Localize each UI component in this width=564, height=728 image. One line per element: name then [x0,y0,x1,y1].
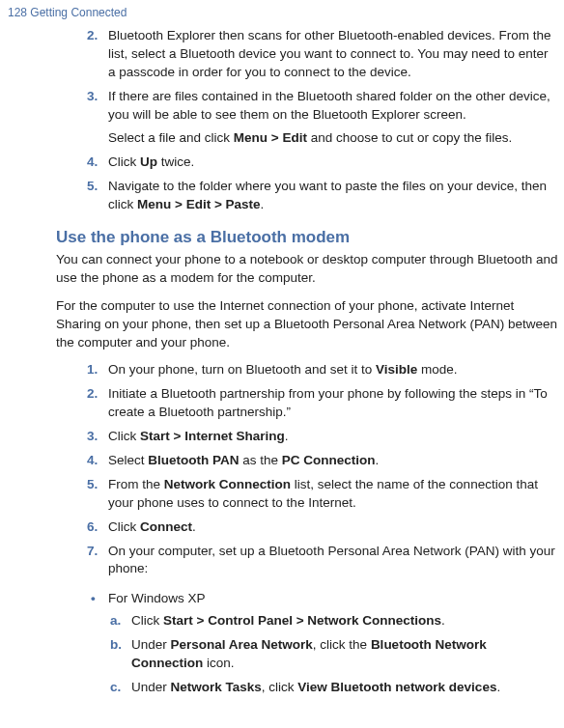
step-number: 5. [87,476,98,494]
section-title: Use the phone as a Bluetooth modem [56,228,558,247]
step-number: 5. [87,178,98,196]
step-3: 3. If there are files contained in the B… [85,88,558,149]
substep-text: Under Network Tasks, click View Bluetoot… [131,680,500,694]
step-text: On your phone, turn on Bluetooth and set… [108,362,458,377]
bullet-text: For Windows XP [108,591,206,605]
step-text: From the Network Connection list, select… [108,477,538,510]
page-header: 128 Getting Connected [8,6,560,19]
step-number: 1. [87,361,98,379]
content-area: 2. Bluetooth Explorer then scans for oth… [8,27,560,697]
step-text: Select Bluetooth PAN as the PC Connectio… [108,453,379,467]
step-number: 4. [87,154,98,172]
step-number: 2. [87,27,98,45]
step-text: Navigate to the folder where you want to… [108,179,547,211]
step-text: Click Up twice. [108,154,194,169]
step-text: Click Start > Internet Sharing. [108,429,288,443]
substep-text: Click Start > Control Panel > Network Co… [131,613,445,628]
step-text: Click Connect. [108,519,196,534]
step-text: If there are files contained in the Blue… [108,89,550,122]
step-number: 3. [87,88,98,106]
bullet-windows-xp: • For Windows XP a. Click Start > Contro… [85,590,558,696]
step-number: 3. [87,428,98,446]
step-3-extra: Select a file and click Menu > Edit and … [108,129,558,148]
step-number: 7. [87,543,98,561]
step-text: Initiate a Bluetooth partnership from yo… [108,386,548,419]
intro-paragraph-1: You can connect your phone to a notebook… [56,251,558,288]
step-number: 2. [87,385,98,404]
substep-a: a. Click Start > Control Panel > Network… [108,612,558,630]
substep-text: Under Personal Area Network, click the B… [131,637,487,670]
substep-letter: b. [110,636,122,655]
step-3b: 3. Click Start > Internet Sharing. [85,428,558,446]
steps-list-2: 1. On your phone, turn on Bluetooth and … [85,361,558,578]
substeps-list: a. Click Start > Control Panel > Network… [108,612,558,697]
substep-letter: a. [110,612,121,630]
step-2b: 2. Initiate a Bluetooth partnership from… [85,385,558,422]
substep-c: c. Under Network Tasks, click View Bluet… [108,679,558,697]
substep-b: b. Under Personal Area Network, click th… [108,636,558,673]
step-7b: 7. On your computer, set up a Bluetooth … [85,543,558,579]
substep-letter: c. [110,679,121,697]
step-2: 2. Bluetooth Explorer then scans for oth… [85,27,558,82]
page: 128 Getting Connected 2. Bluetooth Explo… [0,0,564,697]
step-text: On your computer, set up a Bluetooth Per… [108,544,555,576]
step-4b: 4. Select Bluetooth PAN as the PC Connec… [85,452,558,470]
intro-paragraph-2: For the computer to use the Internet con… [56,297,558,352]
steps-list-1: 2. Bluetooth Explorer then scans for oth… [85,27,558,214]
step-4: 4. Click Up twice. [85,154,558,172]
step-5b: 5. From the Network Connection list, sel… [85,476,558,513]
step-6b: 6. Click Connect. [85,518,558,537]
step-text: Bluetooth Explorer then scans for other … [108,28,551,79]
step-1: 1. On your phone, turn on Bluetooth and … [85,361,558,379]
step-5: 5. Navigate to the folder where you want… [85,178,558,214]
step-number: 4. [87,452,98,470]
bullet-icon: • [91,590,96,608]
step-number: 6. [87,518,98,537]
